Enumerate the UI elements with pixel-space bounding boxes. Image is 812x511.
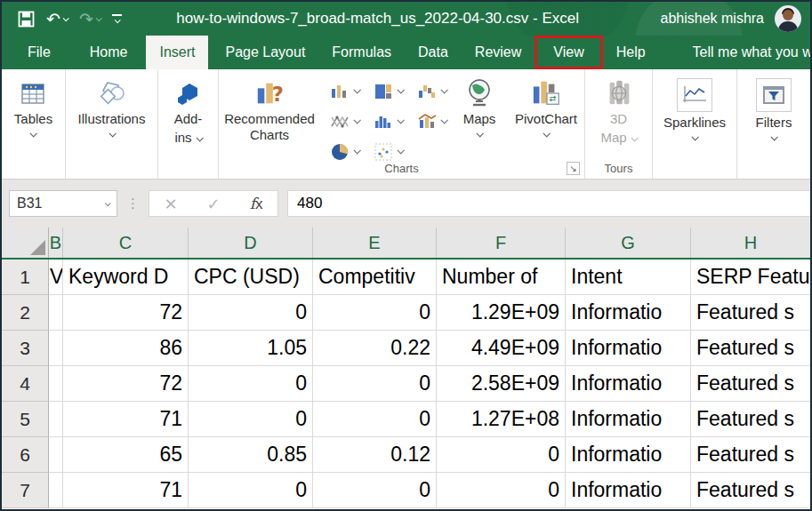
column-header-e[interactable]: E xyxy=(313,228,437,258)
column-header-d[interactable]: D xyxy=(189,228,313,258)
cell-c3[interactable]: 86 xyxy=(63,331,189,366)
tab-data[interactable]: Data xyxy=(405,36,462,69)
cell-c4[interactable]: 72 xyxy=(63,366,189,402)
row-header-1[interactable]: 1 xyxy=(2,259,49,295)
column-header-h[interactable]: H xyxy=(691,228,810,258)
insert-function-button[interactable]: fx xyxy=(250,195,263,213)
column-header-c[interactable]: C xyxy=(63,228,189,258)
cell-f7[interactable]: 0 xyxy=(437,473,566,508)
cell-e6[interactable]: 0.12 xyxy=(313,437,437,473)
cell-e4[interactable]: 0 xyxy=(313,366,437,402)
cell-f3[interactable]: 4.49E+09 xyxy=(437,331,566,366)
cell-b6[interactable] xyxy=(49,437,63,473)
tab-review[interactable]: Review xyxy=(462,36,535,69)
row-header-5[interactable]: 5 xyxy=(2,402,49,437)
tab-help[interactable]: Help xyxy=(603,36,659,69)
cell-g2[interactable]: Informatio xyxy=(566,295,691,331)
save-button[interactable] xyxy=(18,11,35,28)
illustrations-button[interactable]: Illustrations xyxy=(78,75,146,137)
row-header-4[interactable]: 4 xyxy=(2,366,49,402)
insert-combo-chart-button[interactable] xyxy=(417,112,446,132)
cell-e3[interactable]: 0.22 xyxy=(313,331,437,366)
cell-f1[interactable]: Number of xyxy=(437,259,566,295)
cell-h4[interactable]: Featured s xyxy=(691,366,810,402)
tables-button[interactable]: Tables xyxy=(14,75,52,137)
cell-f6[interactable]: 0 xyxy=(437,437,566,473)
cell-e1[interactable]: Competitiv xyxy=(313,259,437,295)
recommended-charts-button[interactable]: ? Recommended Charts xyxy=(214,75,325,143)
pivotchart-button[interactable]: ⇄ PivotChart xyxy=(503,75,589,137)
cancel-entry-button[interactable]: ✕ xyxy=(165,195,178,213)
cell-d3[interactable]: 1.05 xyxy=(189,331,313,366)
cell-g7[interactable]: Informatio xyxy=(566,473,691,508)
cell-d7[interactable]: 0 xyxy=(189,473,313,508)
column-header-f[interactable]: F xyxy=(437,228,566,258)
cell-g5[interactable]: Informatio xyxy=(566,402,691,437)
row-header-7[interactable]: 7 xyxy=(2,473,49,508)
cell-h5[interactable]: Featured s xyxy=(691,402,810,437)
tab-view[interactable]: View xyxy=(535,36,602,69)
cell-h3[interactable]: Featured s xyxy=(691,331,810,366)
cell-b3[interactable] xyxy=(49,331,63,366)
cell-h2[interactable]: Featured s xyxy=(691,295,810,331)
column-header-g[interactable]: G xyxy=(566,228,691,258)
cell-c6[interactable]: 65 xyxy=(63,437,189,473)
cell-f5[interactable]: 1.27E+08 xyxy=(437,402,566,437)
cell-e7[interactable]: 0 xyxy=(313,473,437,508)
cell-e5[interactable]: 0 xyxy=(313,402,437,437)
cell-b5[interactable] xyxy=(49,402,63,437)
cell-d4[interactable]: 0 xyxy=(189,366,313,402)
formula-input[interactable]: 480 xyxy=(287,190,810,217)
tab-formulas[interactable]: Formulas xyxy=(318,36,405,69)
insert-waterfall-chart-button[interactable] xyxy=(417,82,446,101)
confirm-entry-button[interactable]: ✓ xyxy=(207,195,221,213)
cell-b7[interactable] xyxy=(49,473,63,508)
cell-g4[interactable]: Informatio xyxy=(566,366,691,402)
insert-statistic-chart-button[interactable] xyxy=(374,112,403,132)
avatar[interactable] xyxy=(775,5,801,32)
redo-button[interactable]: ↷ xyxy=(79,11,100,28)
cell-g6[interactable]: Informatio xyxy=(566,437,691,473)
3d-map-button[interactable]: 3D Map xyxy=(600,75,636,146)
cell-f2[interactable]: 1.29E+09 xyxy=(437,295,566,331)
insert-line-chart-button[interactable] xyxy=(330,112,359,132)
column-header-b[interactable]: B xyxy=(49,228,63,258)
undo-button[interactable]: ↶ xyxy=(46,11,68,28)
addins-button[interactable]: Add- ins xyxy=(173,75,204,146)
tab-page-layout[interactable]: Page Layout xyxy=(212,36,318,69)
cell-c7[interactable]: 71 xyxy=(63,473,189,508)
cell-b2[interactable] xyxy=(49,295,63,331)
name-box-dropdown-icon[interactable] xyxy=(97,202,117,206)
tab-insert[interactable]: Insert xyxy=(146,36,208,69)
cell-b1[interactable]: V xyxy=(49,259,63,295)
cell-d2[interactable]: 0 xyxy=(189,295,313,331)
row-header-3[interactable]: 3 xyxy=(2,331,49,366)
customize-quick-access-button[interactable] xyxy=(112,14,122,23)
tab-home[interactable]: Home xyxy=(76,36,141,69)
cell-h6[interactable]: Featured s xyxy=(691,437,810,473)
cell-h1[interactable]: SERP Featu xyxy=(691,259,810,295)
select-all-corner[interactable] xyxy=(2,228,49,258)
maps-button[interactable]: Maps xyxy=(455,75,503,137)
cell-c1[interactable]: Keyword D xyxy=(63,259,189,295)
insert-hierarchy-chart-button[interactable] xyxy=(374,82,403,101)
cell-e2[interactable]: 0 xyxy=(313,295,437,331)
tab-file[interactable]: File xyxy=(14,36,64,69)
cell-g3[interactable]: Informatio xyxy=(566,331,691,366)
cell-g1[interactable]: Intent xyxy=(566,259,691,295)
charts-dialog-launcher[interactable]: ↘ xyxy=(567,162,580,175)
cell-d6[interactable]: 0.85 xyxy=(189,437,313,473)
insert-column-chart-button[interactable] xyxy=(330,82,359,101)
row-header-2[interactable]: 2 xyxy=(2,295,49,331)
insert-scatter-chart-button[interactable] xyxy=(374,142,403,162)
sparklines-button[interactable]: Sparklines xyxy=(663,75,726,140)
name-box[interactable]: B31 xyxy=(9,190,117,217)
account-area[interactable]: abhishek mishra xyxy=(661,5,802,32)
cell-b4[interactable] xyxy=(49,366,63,402)
cell-f4[interactable]: 2.58E+09 xyxy=(437,366,566,402)
tell-me-box[interactable]: Tell me what you want to do xyxy=(682,36,810,69)
row-header-6[interactable]: 6 xyxy=(2,437,49,473)
cell-c5[interactable]: 71 xyxy=(63,402,189,437)
insert-pie-chart-button[interactable] xyxy=(330,142,359,162)
cell-d1[interactable]: CPC (USD) xyxy=(189,259,313,295)
